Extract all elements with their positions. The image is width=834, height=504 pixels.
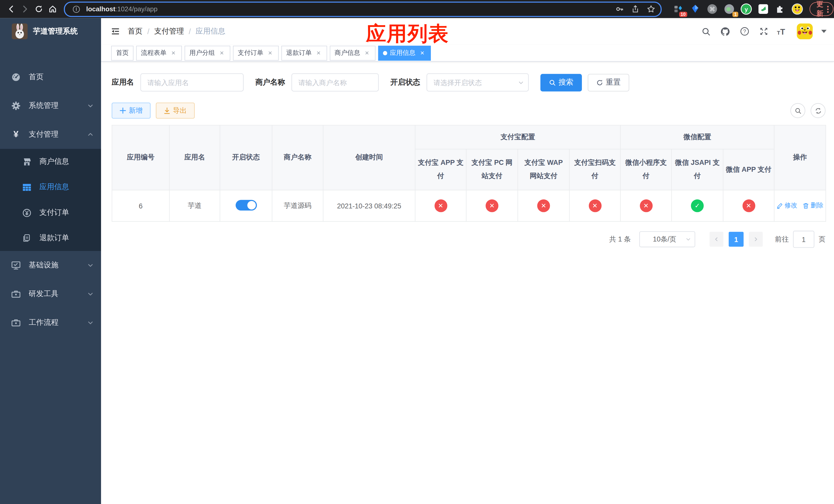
tab-user-group[interactable]: 用户分组✕	[185, 45, 230, 60]
app-table: 应用编号 应用名 开启状态 商户名称 创建时间 支付宝配置 微信配置 操作 支付…	[112, 125, 826, 222]
bookmark-star-icon[interactable]	[647, 5, 655, 13]
close-icon[interactable]: ✕	[419, 49, 426, 56]
font-size-icon[interactable]: TT	[777, 27, 785, 36]
page-number-1[interactable]: 1	[729, 232, 744, 247]
refresh-icon	[814, 107, 821, 114]
goto-page-input[interactable]	[793, 231, 814, 248]
navbar-actions: ? TT	[700, 23, 827, 39]
tab-app-info[interactable]: 应用信息✕	[378, 45, 431, 60]
next-page-button[interactable]	[749, 232, 763, 247]
sidebar-logo[interactable]: 芋道管理系统	[0, 18, 101, 45]
refresh-icon	[596, 79, 603, 86]
extension-puzzle-icon[interactable]	[773, 2, 787, 16]
edit-link[interactable]: 修改	[776, 201, 797, 210]
sidebar-item-workflow[interactable]: 工作流程	[0, 308, 101, 337]
close-icon[interactable]: ✕	[315, 49, 322, 56]
address-bar[interactable]: localhost:1024/pay/app	[64, 1, 662, 17]
browser-reload-button[interactable]	[32, 2, 46, 16]
reload-icon	[35, 5, 43, 13]
sidebar-item-label: 研发工具	[29, 289, 59, 299]
close-icon[interactable]: ✕	[170, 49, 177, 56]
prev-page-button[interactable]	[710, 232, 723, 247]
add-button[interactable]: 新增	[112, 102, 151, 118]
sidebar-item-label: 基础设施	[29, 260, 59, 270]
refresh-table-button[interactable]	[811, 103, 826, 118]
sidebar-item-dev-tools[interactable]: 研发工具	[0, 280, 101, 308]
cell-merchant: 芋道源码	[272, 190, 323, 221]
status-select[interactable]	[426, 73, 529, 92]
extension-emoji-icon[interactable]	[790, 2, 804, 16]
alipay-qr-status-icon: ✕	[589, 200, 601, 212]
sidebar-item-system[interactable]: 系统管理	[0, 92, 101, 120]
shop-icon	[21, 157, 32, 166]
extension-kite-icon[interactable]	[688, 2, 702, 16]
delete-link[interactable]: 删除	[803, 201, 824, 210]
user-menu-caret-icon[interactable]	[821, 30, 827, 33]
reset-button[interactable]: 重置	[588, 74, 629, 91]
extension-chat-icon[interactable]	[756, 2, 770, 16]
user-avatar[interactable]	[797, 23, 813, 39]
tab-process-form[interactable]: 流程表单✕	[136, 45, 182, 60]
sidebar-item-app-info[interactable]: 应用信息	[0, 174, 101, 200]
sidebar-item-home[interactable]: 首页	[0, 63, 101, 92]
sidebar-item-infra[interactable]: 基础设施	[0, 251, 101, 280]
help-icon[interactable]: ?	[739, 26, 750, 38]
extension-grid-icon[interactable]: 10	[671, 2, 685, 16]
col-merchant: 商户名称	[272, 125, 323, 190]
extension-badge: 1	[732, 12, 738, 17]
sidebar-item-label: 应用信息	[39, 182, 69, 192]
breadcrumb-home[interactable]: 首页	[128, 27, 142, 36]
sidebar-item-pay-order[interactable]: 支付订单	[0, 200, 101, 226]
sidebar-item-refund-order[interactable]: 退款订单	[0, 225, 101, 251]
table-row: 6 芋道 芋道源码 2021-10-23 08:49:25 ✕ ✕ ✕ ✕ ✕	[112, 190, 826, 221]
share-icon[interactable]	[631, 5, 639, 13]
close-icon[interactable]: ✕	[266, 49, 274, 56]
extension-command-icon[interactable]: ⌘	[705, 2, 719, 16]
chevron-left-icon	[714, 237, 719, 242]
pagination: 共 1 条 10条/页 1 前往	[112, 231, 826, 248]
github-icon[interactable]	[720, 26, 731, 38]
page-size-select[interactable]: 10条/页	[639, 231, 695, 247]
cell-created-at: 2021-10-23 08:49:25	[323, 190, 415, 221]
tab-home[interactable]: 首页	[111, 45, 133, 60]
browser-menu-icon[interactable]	[827, 6, 829, 13]
col-alipay-pc: 支付宝 PC 网站支付	[466, 149, 518, 190]
close-icon[interactable]: ✕	[218, 49, 225, 56]
app-name-input[interactable]	[140, 73, 244, 92]
tab-refund-order[interactable]: 退款订单✕	[281, 45, 327, 60]
fullscreen-icon[interactable]	[758, 26, 770, 38]
sidebar-item-pay[interactable]: ¥ 支付管理	[0, 120, 101, 149]
password-key-icon[interactable]	[615, 5, 624, 13]
export-button[interactable]: 导出	[156, 102, 195, 118]
merchant-name-input[interactable]	[291, 73, 379, 92]
status-select-input[interactable]	[426, 73, 529, 92]
sidebar-item-merchant-info[interactable]: 商户信息	[0, 149, 101, 175]
browser-home-button[interactable]	[46, 2, 60, 16]
col-wechat-app: 微信 APP 支付	[723, 149, 774, 190]
search-button[interactable]: 搜索	[540, 74, 582, 91]
site-info-icon[interactable]	[70, 3, 82, 15]
status-toggle[interactable]	[236, 200, 257, 210]
sidebar-collapse-button[interactable]	[111, 27, 120, 36]
extension-badge: 10	[679, 12, 687, 17]
sidebar-item-label: 系统管理	[29, 101, 59, 111]
yen-icon: ¥	[10, 129, 21, 140]
back-arrow-icon	[7, 5, 15, 13]
tab-pay-order[interactable]: 支付订单✕	[233, 45, 279, 60]
close-icon[interactable]: ✕	[364, 49, 371, 56]
hide-search-button[interactable]	[790, 103, 805, 118]
breadcrumb-pay[interactable]: 支付管理	[154, 27, 184, 36]
header-search-icon[interactable]	[700, 26, 712, 38]
browser-forward-button[interactable]	[18, 2, 32, 16]
page-annotation: 应用列表	[366, 20, 449, 47]
extension-recorder-icon[interactable]: 1	[722, 2, 736, 16]
browser-back-button[interactable]	[4, 2, 18, 16]
sidebar-item-label: 支付订单	[39, 208, 69, 217]
col-alipay-app: 支付宝 APP 支付	[415, 149, 466, 190]
extension-y-icon[interactable]: y	[739, 2, 753, 16]
plus-icon	[120, 108, 126, 114]
tab-merchant-info[interactable]: 商户信息✕	[330, 45, 375, 60]
browser-update-button[interactable]: 更新	[810, 2, 833, 16]
yen-circle-icon	[21, 208, 32, 217]
cell-actions: 修改 删除	[774, 190, 826, 221]
